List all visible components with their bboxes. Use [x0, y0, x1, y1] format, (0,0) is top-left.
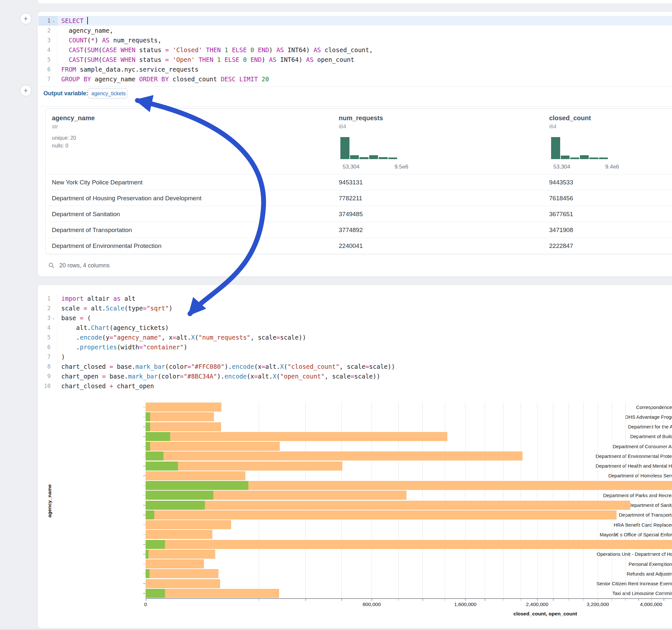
gridline [503, 402, 503, 598]
x-tick [259, 599, 259, 601]
x-tick [537, 599, 538, 601]
x-tick [598, 599, 598, 601]
bar-open-count [146, 491, 213, 500]
code-line: 8chart_closed = base.mark_bar(color="#FF… [38, 362, 672, 371]
cell-num-requests: 3774892 [339, 222, 363, 238]
gridline [598, 402, 598, 598]
column-header-closed-count[interactable]: closed_count [549, 114, 591, 122]
x-tick [465, 599, 466, 601]
gridline [537, 402, 537, 598]
cell-closed-count: 2222847 [549, 238, 573, 254]
x-tick [612, 599, 613, 601]
line-number: 9 [38, 373, 51, 380]
column-header-agency-name[interactable]: agency_name [52, 114, 95, 122]
bar-open-count [146, 550, 148, 559]
code-line: 7GROUP BY agency_name ORDER BY closed_co… [38, 74, 672, 84]
y-tick [143, 574, 145, 574]
column-type: i64 [549, 123, 557, 130]
x-tick [583, 599, 584, 601]
output-variable-label: Output variable: [44, 90, 88, 97]
histogram-bar [570, 158, 579, 159]
x-tick [503, 599, 504, 601]
x-axis-line [146, 598, 672, 599]
code-line: 9chart_open = base.mark_bar(color="#8BC3… [38, 371, 672, 381]
search-icon[interactable] [48, 262, 55, 269]
cell-num-requests: 9453131 [339, 174, 363, 190]
y-tick [143, 515, 145, 515]
histogram-bar [360, 157, 368, 159]
table-row: New York City Police Department 9453131 … [46, 174, 672, 190]
gridline [583, 402, 584, 598]
line-number: 2 [38, 305, 51, 311]
line-number: 4 [38, 324, 51, 331]
y-tick [143, 525, 145, 525]
gridline [612, 402, 612, 598]
column-type: i64 [339, 123, 346, 130]
bar-open-count [146, 412, 150, 421]
python-editor[interactable]: 1import altair as alt2scale = alt.Scale(… [38, 294, 672, 391]
gridline [465, 402, 465, 598]
cell-agency: New York City Police Department [52, 174, 143, 190]
y-tick [143, 436, 145, 437]
y-tick [143, 554, 145, 555]
histogram-min-label: 53,304 [553, 164, 570, 170]
results-table: agency_name str unique: 20 nulls: 0 num_… [45, 108, 672, 255]
x-tick [569, 599, 569, 601]
column-header-num-requests[interactable]: num_requests [339, 114, 383, 122]
line-number: 5 [38, 334, 51, 341]
cell-closed-count: 3677651 [549, 206, 573, 222]
x-tick [638, 599, 639, 601]
bar-closed-count [146, 403, 221, 412]
cell-closed-count: 9443533 [549, 174, 573, 190]
x-tick [485, 599, 485, 601]
histogram-bar [340, 137, 350, 159]
y-tick [143, 417, 145, 417]
gridline [521, 402, 521, 598]
bar-open-count [146, 452, 163, 461]
add-cell-button-top[interactable]: + [20, 13, 31, 24]
table-bottom-border [46, 253, 672, 255]
gridline [569, 402, 569, 598]
gridline [553, 402, 553, 598]
line-number: 2 [38, 27, 51, 34]
code-line: 1import altair as alt [38, 294, 672, 303]
fold-caret-icon[interactable]: ⌄ [51, 19, 56, 23]
y-tick [143, 544, 145, 545]
bar-closed-count [146, 530, 212, 539]
chart-plot-area: 0800,0001,600,0002,400,0003,200,0004,000… [146, 402, 672, 599]
gridline [305, 402, 306, 598]
line-number: 6 [38, 344, 51, 350]
column-meta-nulls: nulls: 0 [52, 143, 68, 149]
bar-open-count [146, 432, 170, 441]
y-tick [143, 466, 145, 466]
histogram-max-label: 9.4e6 [605, 164, 619, 170]
column-type: str [52, 123, 58, 130]
fold-caret-icon[interactable]: ⌄ [51, 316, 56, 320]
x-tick [651, 599, 652, 601]
gridline [638, 402, 639, 598]
gridline [259, 402, 259, 598]
y-tick [143, 427, 145, 427]
closed-count-histogram [551, 137, 608, 159]
code-line: 4 CAST(SUM(CASE WHEN status = 'Closed' T… [38, 45, 672, 55]
x-tick [625, 599, 626, 601]
x-tick-label: 800,000 [362, 602, 381, 607]
next-cell-edge [0, 629, 672, 630]
cell-agency: Department of Sanitation [52, 206, 120, 222]
bar-closed-count [146, 510, 617, 519]
x-tick-label: 2,400,000 [526, 602, 549, 607]
histogram-bar [580, 155, 589, 159]
bar-closed-count [146, 559, 204, 568]
add-cell-button-output[interactable]: + [20, 85, 31, 96]
sql-editor[interactable]: 1⌄SELECT 2 agency_name,3 COUNT(*) AS num… [38, 16, 672, 84]
bar-open-count [146, 569, 149, 578]
line-number: 3 [38, 37, 51, 43]
bar-open-count [146, 461, 178, 470]
bar-closed-count [146, 520, 231, 529]
output-variable-pill[interactable]: agency_tickets [88, 88, 127, 98]
y-tick [143, 534, 145, 535]
line-number: 7 [38, 76, 51, 82]
gridline [664, 402, 664, 598]
cell-agency: Department of Transportation [52, 222, 132, 238]
cell-agency: Department of Housing Preservation and D… [52, 190, 201, 206]
